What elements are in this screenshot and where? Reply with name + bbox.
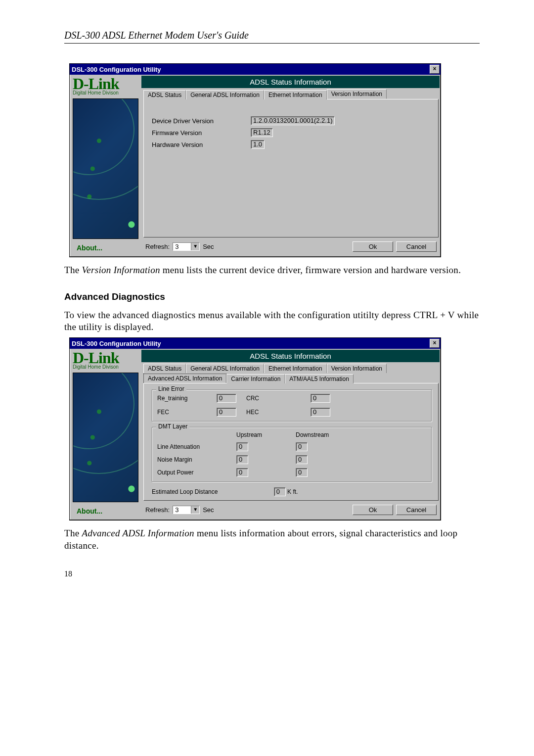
- close-icon[interactable]: ×: [430, 339, 440, 348]
- section-heading-advanced: Advanced Diagnostics: [64, 291, 480, 302]
- tab-adsl-status[interactable]: ADSL Status: [143, 90, 186, 99]
- brand-logo: D-Link Digital Home Divison: [70, 75, 141, 96]
- tab-ethernet-info[interactable]: Ethernet Information: [264, 90, 327, 99]
- dmt-layer-group: DMT Layer Upstream Downstream Line Atten…: [152, 427, 432, 482]
- window-title: DSL-300 Configuration Utility: [72, 66, 430, 73]
- paragraph-advanced-intro: To view the advanced diagnostics menus a…: [64, 309, 480, 333]
- brand-sub: Digital Home Divison: [73, 365, 141, 370]
- titlebar: DSL-300 Configuration Utility ×: [70, 64, 441, 75]
- re-training-label: Re_training: [157, 395, 207, 402]
- re-training-value: 0: [217, 394, 236, 403]
- brand-main: D-Link: [73, 350, 141, 366]
- refresh-label: Refresh:: [145, 243, 170, 250]
- cancel-button[interactable]: Cancel: [396, 241, 437, 252]
- downstream-header: Downstream: [296, 431, 355, 438]
- loop-distance-unit: K ft.: [287, 488, 298, 495]
- firmware-version-value: R1.12: [251, 128, 273, 137]
- refresh-label: Refresh:: [145, 506, 170, 514]
- refresh-value: 3: [173, 243, 191, 250]
- brand-sub: Digital Home Divison: [73, 91, 141, 95]
- advanced-panel: Line Error Re_training 0 CRC 0 FEC 0 HEC…: [143, 383, 439, 501]
- line-error-legend: Line Error: [156, 385, 186, 392]
- crc-value: 0: [311, 394, 330, 403]
- tab-version-info[interactable]: Version Information: [327, 364, 387, 373]
- sec-label: Sec: [203, 506, 214, 514]
- fec-value: 0: [217, 408, 236, 417]
- line-attenuation-up: 0: [236, 442, 248, 451]
- config-utility-window-version: DSL-300 Configuration Utility × D-Link D…: [69, 63, 441, 257]
- refresh-combo[interactable]: 3 ▼: [173, 506, 200, 514]
- cancel-button[interactable]: Cancel: [396, 505, 437, 515]
- brand-main: D-Link: [73, 76, 141, 92]
- decorative-graphic: [73, 373, 138, 502]
- tab-atm-aal5[interactable]: ATM/AAL5 Information: [285, 374, 354, 383]
- tab-advanced-adsl[interactable]: Advanced ADSL Information: [143, 374, 226, 383]
- fec-label: FEC: [157, 409, 207, 416]
- tab-version-info[interactable]: Version Information: [327, 89, 387, 99]
- driver-version-value: 1.2.0.03132001.0001(2.2.1): [251, 116, 335, 125]
- hardware-version-label: Hardware Version: [152, 141, 251, 148]
- brand-logo: D-Link Digital Home Divison: [70, 349, 141, 371]
- hec-value: 0: [311, 408, 330, 417]
- refresh-value: 3: [173, 506, 191, 514]
- dmt-legend: DMT Layer: [156, 423, 189, 430]
- about-link[interactable]: About...: [70, 241, 141, 257]
- output-power-label: Output Power: [157, 469, 236, 476]
- about-link[interactable]: About...: [70, 504, 141, 520]
- firmware-version-label: Firmware Version: [152, 129, 251, 137]
- tab-ethernet-info[interactable]: Ethernet Information: [264, 364, 327, 373]
- crc-label: CRC: [246, 395, 301, 402]
- loop-distance-row: Estimated Loop Distance 0 K ft.: [152, 487, 432, 496]
- noise-margin-label: Noise Margin: [157, 456, 236, 463]
- upstream-header: Upstream: [236, 431, 296, 438]
- page-number: 18: [64, 569, 480, 578]
- chevron-down-icon[interactable]: ▼: [191, 506, 199, 514]
- output-power-up: 0: [236, 468, 248, 477]
- chevron-down-icon[interactable]: ▼: [191, 243, 199, 250]
- noise-margin-up: 0: [236, 455, 248, 464]
- hardware-version-value: 1.0: [251, 140, 265, 149]
- ok-button[interactable]: Ok: [353, 505, 393, 515]
- noise-margin-down: 0: [296, 455, 308, 464]
- hec-label: HEC: [246, 409, 301, 416]
- version-panel: Device Driver Version 1.2.0.03132001.000…: [143, 99, 439, 237]
- document-title: DSL-300 ADSL Ethernet Modem User's Guide: [64, 30, 480, 44]
- tab-general-adsl[interactable]: General ADSL Information: [186, 90, 264, 99]
- loop-distance-label: Estimated Loop Distance: [152, 488, 218, 495]
- config-utility-window-advanced: DSL-300 Configuration Utility × D-Link D…: [69, 337, 441, 520]
- sec-label: Sec: [203, 243, 214, 250]
- loop-distance-value: 0: [274, 487, 286, 496]
- tab-adsl-status[interactable]: ADSL Status: [143, 364, 186, 373]
- titlebar: DSL-300 Configuration Utility ×: [70, 338, 441, 349]
- line-attenuation-label: Line Attenuation: [157, 443, 236, 450]
- paragraph-advanced-desc: The Advanced ADSL Information menu lists…: [64, 527, 480, 552]
- paragraph-version-desc: The Version Information menu lists the c…: [64, 264, 480, 277]
- decorative-graphic: [73, 98, 138, 239]
- line-error-group: Line Error Re_training 0 CRC 0 FEC 0 HEC…: [152, 389, 432, 422]
- tab-carrier-info[interactable]: Carrier Information: [226, 374, 285, 383]
- line-attenuation-down: 0: [296, 442, 308, 451]
- info-header: ADSL Status Information: [141, 76, 440, 88]
- driver-version-label: Device Driver Version: [152, 117, 251, 125]
- info-header: ADSL Status Information: [141, 350, 440, 362]
- ok-button[interactable]: Ok: [353, 241, 393, 252]
- close-icon[interactable]: ×: [430, 65, 440, 74]
- output-power-down: 0: [296, 468, 308, 477]
- window-title: DSL-300 Configuration Utility: [72, 340, 430, 347]
- refresh-combo[interactable]: 3 ▼: [173, 242, 200, 251]
- tab-general-adsl[interactable]: General ADSL Information: [186, 364, 264, 373]
